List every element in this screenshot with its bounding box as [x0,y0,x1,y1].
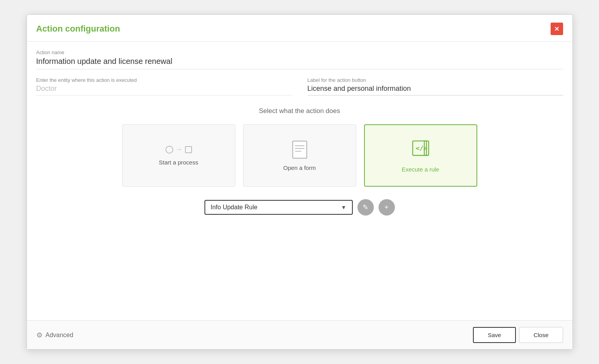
entity-input[interactable]: Doctor [36,85,292,95]
start-process-label: Start a process [159,159,198,166]
execute-rule-icon: </> [411,139,431,161]
rule-dropdown-value: Info Update Rule [211,204,258,211]
rule-selector-row: Info Update Rule ▼ ✎ + [36,199,563,216]
advanced-button[interactable]: ⚙ Advanced [36,331,73,339]
dialog-title: Action configuration [36,24,120,34]
open-form-label: Open a form [283,164,316,171]
entity-buttonlabel-row: Enter the entity where this action is ex… [36,77,563,95]
gear-icon: ⚙ [36,331,43,339]
entity-field-col: Enter the entity where this action is ex… [36,77,292,95]
close-x-button[interactable]: ✕ [551,23,563,35]
open-form-icon [291,140,308,159]
button-label-label: Label for the action button [307,77,563,83]
button-label-col: Label for the action button License and … [307,77,563,95]
rule-add-button[interactable]: + [379,199,395,216]
entity-label: Enter the entity where this action is ex… [36,77,292,83]
action-name-label: Action name [36,49,563,55]
process-square [185,146,192,153]
section-title: Select what the action does [36,107,563,115]
action-name-group: Action name Information update and licen… [36,49,563,69]
rule-edit-button[interactable]: ✎ [357,199,374,216]
svg-rect-0 [293,141,307,158]
dialog-body: Action name Information update and licen… [27,42,572,320]
dialog-header: Action configuration ✕ [27,15,572,42]
edit-icon: ✎ [363,203,368,212]
rule-dropdown[interactable]: Info Update Rule ▼ [204,200,353,215]
advanced-label: Advanced [46,332,73,339]
dialog-footer: ⚙ Advanced Save Close [27,320,572,349]
rule-dropdown-arrow: ▼ [341,204,347,210]
svg-text:</>: </> [416,144,427,152]
save-button[interactable]: Save [473,327,516,343]
action-card-start-process[interactable]: → Start a process [122,124,235,187]
close-button[interactable]: Close [519,327,563,343]
action-card-execute-rule[interactable]: </> Execute a rule [364,124,477,187]
start-process-icon: → [165,145,192,154]
action-name-value: Information update and license renewal [36,57,563,69]
execute-rule-label: Execute a rule [402,166,439,173]
process-circle [165,146,173,154]
action-card-open-form[interactable]: Open a form [243,124,356,187]
action-cards-container: → Start a process Open a form [36,124,563,187]
action-configuration-dialog: Action configuration ✕ Action name Infor… [27,14,573,350]
add-icon: + [384,203,389,212]
footer-actions: Save Close [473,327,563,343]
button-label-input[interactable]: License and personal information [307,85,563,95]
process-arrow: → [176,145,183,154]
